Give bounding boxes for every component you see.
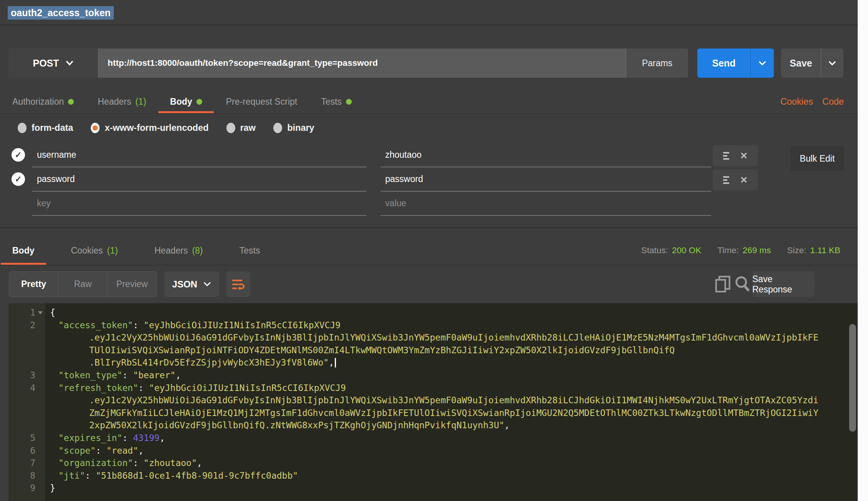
tab-count: (1) [107, 245, 118, 256]
postman-window: oauth2_access_token POST http://host1:80… [0, 0, 868, 501]
radio-icon [18, 123, 27, 133]
request-tab-body[interactable]: Body [170, 89, 202, 114]
response-tabs: BodyCookies(1)Headers(8)Tests [12, 235, 260, 266]
green-dot-icon [68, 99, 74, 105]
code-token: "51b868d1-0ce1-4fb8-901d-9c7bffc0adbb" [96, 471, 298, 481]
code-token: , [160, 433, 165, 443]
tab-label: Body [12, 245, 35, 256]
copy-response-button[interactable] [715, 276, 731, 295]
code-token: } [50, 483, 55, 493]
search-icon [734, 276, 750, 292]
view-raw-button[interactable]: Raw [58, 272, 108, 297]
send-options-button[interactable] [750, 48, 774, 78]
url-input[interactable]: http://host1:8000/oauth/token?scope=read… [98, 48, 626, 78]
fold-caret-icon[interactable] [38, 311, 43, 314]
size-label: Size: [787, 245, 806, 256]
code-link[interactable]: Code [822, 97, 844, 107]
body-type-form-data[interactable]: form-data [18, 123, 73, 133]
bulk-edit-button[interactable]: Bulk Edit [790, 146, 844, 171]
request-tab-tests[interactable]: Tests [321, 89, 352, 114]
key-text: username [37, 150, 76, 160]
format-label: JSON [172, 279, 197, 290]
send-button[interactable]: Send [697, 48, 750, 78]
code-token: : [96, 446, 106, 456]
request-tab-headers[interactable]: Headers(1) [98, 89, 146, 114]
code-token: { [50, 307, 55, 317]
save-response-button[interactable]: Save Response [752, 271, 815, 297]
code-token: "read" [106, 446, 138, 456]
code-line-content: "access_token": "eyJhbGciOiJIUzI1NiIsInR… [45, 319, 341, 332]
code-line-content: ZmZjMGFkYmIiLCJleHAiOjE1MzQ1MjI2MTgsImF1… [45, 407, 818, 419]
code-token: : [85, 471, 96, 481]
method-dropdown[interactable]: POST [8, 48, 98, 78]
window-scrollbar-gutter[interactable] [858, 0, 868, 501]
tab-label: Pre-request Script [226, 97, 297, 107]
response-tab-headers[interactable]: Headers(8) [155, 235, 203, 266]
request-title[interactable]: oauth2_access_token [8, 6, 114, 20]
wrap-text-button[interactable] [226, 271, 250, 297]
line-number: 4 [8, 382, 45, 394]
line-number [8, 419, 45, 432]
row-checkbox[interactable]: ✓ [12, 172, 25, 186]
remove-row-icon[interactable]: ✕ [740, 151, 748, 160]
request-tab-pre-request-script[interactable]: Pre-request Script [226, 89, 297, 114]
form-row: keyvalue [0, 192, 858, 216]
key-input[interactable]: password [32, 167, 366, 192]
key-input[interactable]: key [32, 192, 366, 216]
view-preview-button[interactable]: Preview [108, 272, 156, 297]
line-number: 6 [8, 444, 45, 457]
line-number [8, 331, 45, 344]
row-menu-icon[interactable] [723, 176, 729, 184]
save-button[interactable]: Save [781, 48, 821, 78]
scrollbar-thumb[interactable] [849, 324, 856, 432]
send-label: Send [712, 58, 735, 69]
key-input[interactable]: username [32, 143, 366, 167]
code-line-content: .BlIryRbSL414rDv5EfzZSjpjvWybcX3hEJy3fV8… [45, 356, 336, 369]
request-response-divider [0, 227, 858, 228]
response-body-viewer[interactable]: 1{2"access_token": "eyJhbGciOiJIUzI1NiIs… [8, 303, 858, 501]
code-token: "eyJhbGciOiJIUzI1NiIsInR5cCI6IkpXVCJ9 [144, 320, 341, 330]
body-type-label: binary [287, 123, 314, 133]
value-input[interactable]: value [381, 192, 711, 216]
status-badge: Status: 200 OK [641, 245, 701, 256]
code-token: , [138, 446, 144, 456]
remove-row-icon[interactable]: ✕ [740, 175, 748, 185]
body-type-x-www-form-urlencoded[interactable]: x-www-form-urlencoded [91, 123, 208, 133]
body-type-label: raw [240, 123, 256, 133]
radio-icon [226, 123, 235, 133]
search-response-button[interactable] [734, 276, 750, 294]
send-chevron-icon [758, 61, 766, 66]
time-value: 269 ms [743, 245, 771, 256]
format-dropdown[interactable]: JSON [164, 271, 219, 297]
value-text: value [385, 198, 406, 209]
body-type-label: form-data [32, 123, 73, 133]
code-line-content: "expires_in": 43199, [45, 432, 165, 444]
cookies-link[interactable]: Cookies [780, 97, 813, 107]
code-line-content: .eyJ1c2VyX25hbWUiOiJ6aG91dGFvbyIsInNjb3B… [45, 394, 818, 407]
params-label: Params [642, 58, 672, 68]
save-options-button[interactable] [821, 48, 843, 78]
code-line-content: "organization": "zhoutaoo", [45, 457, 202, 469]
request-tab-authorization[interactable]: Authorization [12, 89, 74, 114]
code-token: : [122, 433, 133, 443]
code-token: , [504, 420, 510, 430]
code-line: 5"expires_in": 43199, [8, 432, 858, 444]
value-input[interactable]: zhoutaoo [381, 143, 711, 167]
code-line-content: TUlOIiwiSVQiXSwianRpIjoiNTFiODY4ZDEtMGNl… [45, 344, 675, 357]
params-button[interactable]: Params [626, 48, 688, 78]
green-dot-icon [346, 99, 352, 105]
response-tab-tests[interactable]: Tests [239, 235, 260, 266]
view-pretty-button[interactable]: Pretty [9, 272, 58, 297]
code-line-content: .eyJ1c2VyX25hbWUiOiJ6aG91dGFvbyIsInNjb3B… [45, 331, 818, 344]
row-checkbox[interactable]: ✓ [12, 148, 25, 162]
response-tab-body[interactable]: Body [12, 235, 35, 266]
response-tab-cookies[interactable]: Cookies(1) [71, 235, 118, 266]
body-type-binary[interactable]: binary [273, 123, 314, 133]
code-token: : [122, 370, 133, 380]
status-label: Status: [641, 245, 668, 256]
row-menu-icon[interactable] [723, 152, 729, 160]
code-token: : [138, 383, 149, 393]
code-token: 2xpZW50X2lkIjoidGVzdF9jbGllbnQifQ.zNtWWG… [89, 420, 504, 430]
value-input[interactable]: password [381, 167, 711, 192]
body-type-raw[interactable]: raw [226, 123, 256, 133]
